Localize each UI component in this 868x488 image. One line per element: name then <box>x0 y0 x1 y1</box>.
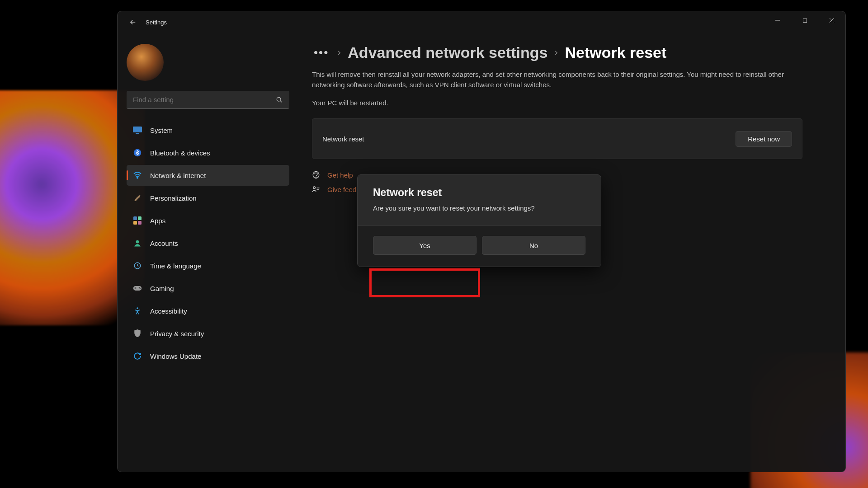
sidebar-item-label: Personalization <box>150 194 197 202</box>
svg-point-19 <box>137 307 138 309</box>
maximize-icon <box>802 18 807 23</box>
display-icon <box>133 126 142 135</box>
svg-point-4 <box>277 97 281 101</box>
search-input[interactable] <box>133 96 276 103</box>
dialog-yes-button[interactable]: Yes <box>373 236 476 255</box>
apps-icon <box>133 216 142 225</box>
svg-rect-7 <box>136 133 139 134</box>
svg-rect-13 <box>138 221 142 225</box>
sidebar-item-network[interactable]: Network & internet <box>127 165 289 186</box>
svg-rect-6 <box>133 127 142 132</box>
svg-point-20 <box>316 177 316 178</box>
sidebar-item-windows-update[interactable]: Windows Update <box>127 346 289 366</box>
sidebar-item-apps[interactable]: Apps <box>127 210 289 231</box>
window-controls <box>764 11 845 29</box>
restart-note: Your PC will be restarted. <box>312 99 827 107</box>
clock-icon <box>133 261 142 270</box>
wifi-icon <box>133 171 142 180</box>
reset-now-button[interactable]: Reset now <box>736 131 792 147</box>
sidebar-item-label: Apps <box>150 217 165 225</box>
user-avatar[interactable] <box>127 44 164 81</box>
sidebar-item-accounts[interactable]: Accounts <box>127 233 289 253</box>
page-title: Network reset <box>565 44 666 61</box>
breadcrumb: ••• Advanced network settings Network re… <box>312 44 827 61</box>
link-label: Get help <box>327 171 353 179</box>
sidebar-item-label: Privacy & security <box>150 330 204 338</box>
sidebar-item-label: Windows Update <box>150 352 201 360</box>
description-text: This will remove then reinstall all your… <box>312 70 805 90</box>
network-reset-card: Network reset Reset now <box>312 118 802 159</box>
minimize-button[interactable] <box>764 11 791 29</box>
maximize-button[interactable] <box>791 11 818 29</box>
svg-rect-1 <box>803 19 807 22</box>
dialog-message: Are you sure you want to reset your netw… <box>373 204 585 212</box>
chevron-right-icon <box>336 50 342 56</box>
card-label: Network reset <box>322 135 364 143</box>
chevron-right-icon <box>553 50 559 56</box>
svg-point-14 <box>136 240 139 244</box>
person-icon <box>133 239 142 248</box>
back-button[interactable] <box>125 14 141 30</box>
svg-rect-12 <box>133 221 137 225</box>
sidebar-item-accessibility[interactable]: Accessibility <box>127 300 289 321</box>
minimize-icon <box>775 18 780 23</box>
svg-point-18 <box>140 288 141 290</box>
sidebar-item-system[interactable]: System <box>127 120 289 141</box>
close-button[interactable] <box>818 11 845 29</box>
sidebar-item-label: Network & internet <box>150 172 206 179</box>
close-icon <box>829 18 835 23</box>
titlebar: Settings <box>118 11 845 33</box>
dialog-no-button[interactable]: No <box>482 236 585 255</box>
sidebar-item-label: Gaming <box>150 285 174 292</box>
sidebar-item-label: Accounts <box>150 239 178 247</box>
search-icon <box>276 96 283 103</box>
breadcrumb-link-advanced[interactable]: Advanced network settings <box>348 44 547 61</box>
paintbrush-icon <box>133 193 142 202</box>
sidebar-item-gaming[interactable]: Gaming <box>127 278 289 299</box>
feedback-icon <box>312 185 321 193</box>
update-icon <box>133 352 142 361</box>
gamepad-icon <box>133 284 142 293</box>
dialog-title: Network reset <box>373 187 585 199</box>
breadcrumb-more[interactable]: ••• <box>312 46 330 60</box>
sidebar-item-personalization[interactable]: Personalization <box>127 188 289 208</box>
help-icon <box>312 171 321 179</box>
sidebar-item-bluetooth[interactable]: Bluetooth & devices <box>127 142 289 163</box>
sidebar-item-label: Accessibility <box>150 307 187 315</box>
bluetooth-icon <box>133 148 142 157</box>
sidebar-item-privacy[interactable]: Privacy & security <box>127 323 289 344</box>
nav-list: System Bluetooth & devices Network & int… <box>127 120 289 366</box>
sidebar-item-time-language[interactable]: Time & language <box>127 255 289 276</box>
accessibility-icon <box>133 306 142 315</box>
svg-rect-11 <box>138 216 142 220</box>
confirm-dialog: Network reset Are you sure you want to r… <box>357 174 601 267</box>
arrow-left-icon <box>129 18 137 26</box>
window-title: Settings <box>146 19 167 26</box>
svg-point-22 <box>313 187 316 189</box>
sidebar-item-label: Bluetooth & devices <box>150 149 210 157</box>
search-box[interactable] <box>127 91 289 109</box>
svg-point-9 <box>137 177 138 178</box>
svg-line-5 <box>280 101 282 102</box>
dialog-actions: Yes No <box>358 225 601 267</box>
svg-rect-10 <box>133 216 137 220</box>
sidebar: System Bluetooth & devices Network & int… <box>118 33 298 472</box>
sidebar-item-label: Time & language <box>150 262 201 270</box>
svg-point-17 <box>139 287 140 288</box>
shield-icon <box>133 329 142 338</box>
sidebar-item-label: System <box>150 127 173 134</box>
dialog-body: Network reset Are you sure you want to r… <box>358 175 601 225</box>
